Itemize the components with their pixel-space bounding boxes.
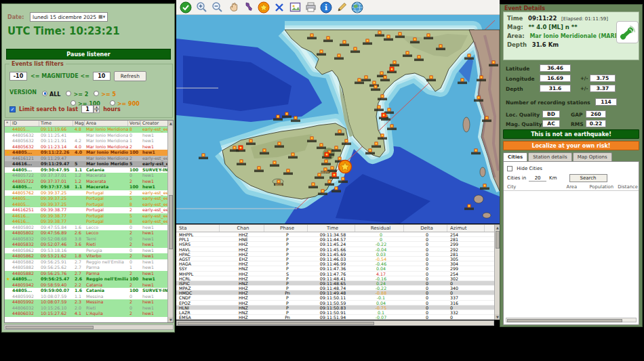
seismic-station-marker[interactable] <box>471 149 481 154</box>
print-icon[interactable] <box>304 1 317 14</box>
phase-row[interactable]: HAGAHHZP09:11:46.99-0.460304 <box>176 261 500 266</box>
mag-min-input[interactable] <box>9 72 27 81</box>
phase-row[interactable]: LAZRHNZP09:11:50.910.10332 <box>176 310 500 315</box>
phase-row[interactable]: HCRLHHZP09:11:48.41-0.160302 <box>176 276 500 281</box>
connection-status-icon[interactable] <box>180 1 192 14</box>
events-column-header[interactable]: * <box>5 121 11 126</box>
event-row[interactable]: 4480603210:15:27.624.1L'Aquila2hew1 <box>5 311 173 317</box>
scroll-down-icon[interactable]: ▼ <box>168 317 174 322</box>
localize-button[interactable]: Localize at your own risk! <box>503 141 639 150</box>
longitude-field[interactable] <box>540 75 571 82</box>
event-row[interactable]: 4480572209:37:37.011.2Macerata0hew1 <box>5 173 173 179</box>
phase-row[interactable]: AGSTEHZP09:11:46.03-0.540305 <box>176 257 500 261</box>
events-column-header[interactable]: Time <box>39 121 73 126</box>
event-row[interactable]: 4480576209:39:37.25Portugal2early-est_ee… <box>5 190 173 196</box>
phase-row[interactable]: ISPICHNZP09:11:48.650.2400 <box>176 281 500 286</box>
seismic-station-marker[interactable] <box>480 184 489 190</box>
event-row[interactable]: ★44805...09:56:25.472.6Reggio nell'Emili… <box>5 276 173 282</box>
map[interactable]: MHPPLWDD <box>176 15 500 224</box>
pause-listener-button[interactable]: Pause listener <box>6 49 171 60</box>
event-row[interactable]: 44616...09:11:29.475Mar Ionio Meridional… <box>5 161 173 167</box>
calendar-icon[interactable]: ▦▾ <box>98 14 105 20</box>
hours-input[interactable] <box>81 105 94 113</box>
seismic-station-marker[interactable] <box>458 79 467 84</box>
phases-column-header[interactable]: Sta <box>176 225 220 232</box>
search-cities-button[interactable]: Search <box>569 174 607 182</box>
event-row[interactable]: 44805...09:39:37.25Portugal8early-est_ee… <box>5 202 173 208</box>
phase-row[interactable]: MHPPLHHZP09:11:34.5800254 <box>176 232 500 237</box>
phase-row[interactable]: HSRSHHZP09:11:45.24-0.220299 <box>176 242 500 247</box>
phase-row[interactable]: MHPPLHHZS09:11:47.764.170254 <box>176 272 500 276</box>
tab-cities[interactable]: Cities <box>503 152 527 161</box>
zoom-out-icon[interactable] <box>211 1 223 14</box>
phase-row[interactable]: HMDCHHZPn09:11:49.48-0.8800 <box>176 291 500 295</box>
scroll-up-icon[interactable]: ▲ <box>168 121 174 126</box>
phase-row[interactable]: EPOZHHZP09:11:50.590.040316 <box>176 301 500 305</box>
event-row[interactable]: 4480572209:37:37.011.2Macerata2hew1 <box>5 179 173 185</box>
event-row[interactable]: 4480588209:56:25.622.7Parma1hew1 <box>5 265 173 271</box>
phase-row[interactable]: MPAZHHZP09:11:48.74-0.220340 <box>176 286 500 291</box>
phases-horizontal-scrollbar[interactable] <box>176 320 494 326</box>
gap-field[interactable] <box>586 110 606 118</box>
scroll-down-icon[interactable]: ▼ <box>495 314 500 320</box>
pan-hand-icon[interactable] <box>226 1 239 14</box>
refresh-button[interactable]: Refresh <box>114 71 146 81</box>
phases-vertical-scrollbar[interactable]: ▲ ▼ <box>494 225 500 320</box>
zoom-in-icon[interactable] <box>195 1 207 14</box>
phase-row[interactable]: HAVLHHZP09:11:45.66-0.040292 <box>176 247 500 252</box>
draw-icon[interactable] <box>336 1 348 14</box>
mag-max-input[interactable] <box>93 72 110 81</box>
limit-search-checkbox[interactable]: ✓ <box>9 106 16 112</box>
events-column-header[interactable]: ID <box>11 121 39 126</box>
phase-row[interactable]: SSYHNZP09:11:47.360.040299 <box>176 266 500 271</box>
event-row[interactable]: 44616...09:39:38.77Portugal5early-est_ee… <box>5 213 173 219</box>
events-column-header[interactable]: Creator <box>141 121 169 126</box>
cities-horizontal-scrollbar[interactable] <box>506 318 637 322</box>
call-button[interactable] <box>616 21 639 43</box>
event-row[interactable]: 4480588209:56:25.762.7Parma2hew1 <box>5 271 173 277</box>
longitude-error-field[interactable] <box>590 75 616 82</box>
event-row[interactable]: 44616...09:39:38.77Portugal8early-est_ee… <box>5 219 173 225</box>
event-row[interactable]: 4480603210:15:26.102.0Rieti0hew1 <box>5 305 173 312</box>
event-row[interactable]: 4480583209:52:07.463.6Rieti2hew1 <box>5 242 173 248</box>
tab-map-options[interactable]: Map Options <box>573 152 612 161</box>
close-event-icon[interactable] <box>273 1 285 14</box>
seismic-station-marker[interactable] <box>199 154 208 159</box>
italy-region-icon[interactable] <box>242 1 254 14</box>
phases-column-header[interactable]: Chan <box>220 225 264 232</box>
event-row[interactable]: 4480580209:47:55.841.6Lecco0hew1 <box>5 225 173 231</box>
event-row[interactable]: 4480599210:08:07.591.1Messina0hew1 <box>5 294 173 300</box>
hours-stepper[interactable]: ▲▼ <box>81 105 100 113</box>
hide-cities-checkbox[interactable] <box>507 166 512 171</box>
rms-field[interactable] <box>586 120 606 127</box>
phase-row[interactable]: CNDFHHZP09:11:50.11-0.10337 <box>176 295 500 300</box>
snapshot-icon[interactable] <box>289 1 301 14</box>
cities-radius-input[interactable] <box>529 175 546 182</box>
mag-quality-field[interactable] <box>542 120 560 127</box>
event-row[interactable]: 4480563209:11:25.41Mar Ionio Meridionale… <box>5 133 173 139</box>
scroll-up-icon[interactable]: ▲ <box>495 225 500 230</box>
event-row[interactable]: 44805...09:39:37.25Portugal5early-est_ee… <box>5 196 173 202</box>
latitude-field[interactable] <box>540 64 571 72</box>
events-column-header[interactable]: Version <box>128 121 141 126</box>
phases-column-header[interactable]: Azimut <box>447 225 485 232</box>
event-star-icon[interactable] <box>258 1 270 14</box>
events-vertical-scrollbar[interactable]: ▲ ▼ <box>167 121 173 322</box>
event-row[interactable]: 4480599210:08:07.592.3Messina2hew1 <box>5 299 173 305</box>
event-row[interactable]: 4480563209:11:21.914.2Mar Ionio Meridion… <box>5 138 173 144</box>
date-picker[interactable]: lunedì 15 dicembre 2025 ▦▾ <box>30 12 108 22</box>
event-row[interactable]: 4480588209:56:25.912.7Reggio nell'Emilia… <box>5 259 173 266</box>
phases-column-header[interactable]: Residual <box>355 225 404 232</box>
event-row[interactable]: 4480586209:53:21.621.8Viterbo2hew1 <box>5 253 173 259</box>
globe-icon[interactable] <box>351 1 363 14</box>
events-column-header[interactable]: Area <box>85 121 128 126</box>
phases-column-header[interactable]: Time <box>308 225 355 232</box>
events-column-header[interactable]: Mag <box>73 121 85 126</box>
event-row[interactable]: 4480594209:58:59.402.2Catania2hew1 <box>5 282 173 289</box>
event-row[interactable]: 4480586209:53:18.16Perugia0hew1 <box>5 248 173 254</box>
depth-error-field[interactable] <box>590 85 616 92</box>
event-row[interactable]: 4461625109:39:38.77Portugal2early-est_ee… <box>5 207 173 213</box>
epicenter-star[interactable] <box>339 161 352 173</box>
event-row[interactable]: 44805...09:30:47.951.1Catania100SURVEY-I… <box>5 167 173 173</box>
event-row[interactable]: 44805...09:59:00.071.6Catania100SURVEY-I… <box>5 288 173 294</box>
